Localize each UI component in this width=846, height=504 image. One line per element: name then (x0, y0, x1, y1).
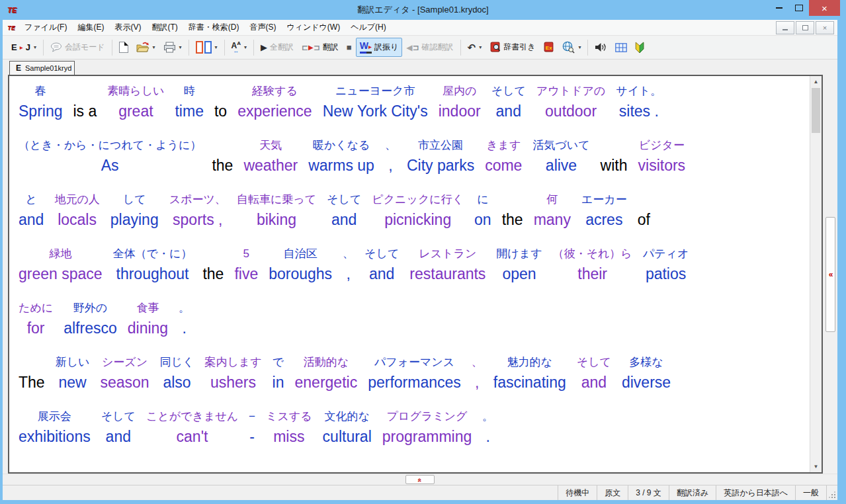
word-pair[interactable]: 春Spring (19, 82, 62, 122)
yakufuri-button[interactable]: W▸ 訳振り (356, 38, 403, 57)
word-pair[interactable]: 5five (234, 245, 258, 285)
stop-button[interactable]: ■ (343, 38, 356, 57)
mdi-restore-button[interactable] (796, 21, 814, 34)
translation-direction-button[interactable]: E▸J ▾ (7, 38, 40, 57)
menu-file[interactable]: ファイル(F) (19, 20, 72, 35)
word-pair[interactable]: 、, (343, 245, 354, 285)
bottom-pane-expand-handle[interactable]: « (405, 475, 435, 484)
print-button[interactable]: ▾ (159, 38, 186, 57)
word-pair[interactable]: エーカーacres (581, 190, 627, 231)
word-pair[interactable]: 暖かくなるwarms up (308, 136, 374, 177)
word-pair[interactable]: 活気づいてalive (532, 136, 589, 177)
new-document-button[interactable] (115, 38, 132, 57)
talk-mode-button[interactable]: 会話モード (46, 38, 109, 57)
menu-window[interactable]: ウィンドウ(W) (281, 20, 345, 35)
word-pair[interactable]: そしてand (327, 190, 361, 231)
word-pair[interactable]: アウトドアのoutdoor (536, 82, 605, 122)
word-pair[interactable]: ためにfor (19, 299, 53, 339)
web-search-button[interactable]: ▾ (558, 38, 585, 57)
menu-translate[interactable]: 翻訳(T) (146, 20, 183, 35)
character-palette-button[interactable] (611, 38, 631, 57)
word-pair[interactable]: 新しいnew (56, 353, 90, 394)
word-pair[interactable]: −- (249, 407, 255, 448)
word-pair[interactable]: してplaying (110, 190, 159, 231)
mdi-minimize-button[interactable] (776, 21, 794, 34)
word-pair[interactable]: 市立公園City parks (407, 136, 474, 177)
word-pair[interactable]: にon (474, 190, 491, 231)
word-pair[interactable]: 魅力的なfascinating (493, 353, 566, 394)
word-pair[interactable]: 何many (534, 190, 571, 231)
word-pair[interactable]: 天気weather (243, 136, 298, 177)
word-pair[interactable]: the (212, 136, 233, 177)
document-area[interactable]: 春Springis a素晴らしいgreat時timeto経験するexperien… (9, 76, 810, 472)
word-pair[interactable]: 緑地green space (19, 245, 103, 285)
word-pair[interactable]: 、, (385, 136, 396, 177)
word-pair[interactable]: でin (273, 353, 284, 394)
undo-button[interactable]: ↶ ▾ (464, 38, 486, 57)
menu-voice[interactable]: 音声(S) (244, 20, 281, 35)
word-pair[interactable]: 開けますopen (496, 245, 542, 285)
word-pair[interactable]: ニューヨーク市New York City's (323, 82, 428, 122)
scroll-up-icon[interactable]: ▲ (810, 76, 822, 87)
maximize-button[interactable] (789, 0, 809, 16)
word-pair[interactable]: プログラミングprogramming (382, 407, 472, 448)
resize-grip[interactable] (826, 485, 837, 500)
word-pair[interactable]: 案内しますushers (204, 353, 261, 394)
word-pair[interactable]: of (638, 190, 650, 231)
word-pair[interactable]: ことができませんcan't (146, 407, 238, 448)
example-dictionary-button[interactable]: Ex (539, 38, 558, 57)
confirm-translate-button[interactable]: ◀⊐ 確認翻訳 (402, 38, 457, 57)
word-pair[interactable]: スポーツ、sports , (169, 190, 226, 231)
word-pair[interactable]: 活動的なenergetic (295, 353, 358, 394)
word-pair[interactable]: 地元の人locals (54, 190, 99, 231)
word-pair[interactable]: （とき・から・につれて・ように）As (19, 136, 201, 177)
word-pair[interactable]: サイト。sites . (616, 82, 661, 122)
menu-edit[interactable]: 編集(E) (72, 20, 109, 35)
word-pair[interactable]: レストランrestaurants (409, 245, 486, 285)
translate-button[interactable]: ⊏▶⊐ 翻訳 (298, 38, 343, 57)
word-pair[interactable]: ビジターvisitors (638, 136, 686, 177)
translate-all-button[interactable]: ▶ 全翻訳 (257, 38, 298, 57)
word-pair[interactable]: the (202, 245, 224, 285)
word-pair[interactable]: きますcome (485, 136, 522, 177)
right-pane-expand-handle[interactable]: « (825, 217, 835, 332)
word-pair[interactable]: 展示会exhibitions (19, 407, 91, 448)
word-pair[interactable]: 。. (482, 407, 493, 448)
word-pair[interactable]: to (214, 82, 227, 122)
minimize-button[interactable] (769, 0, 789, 16)
scroll-down-icon[interactable]: ▼ (810, 461, 822, 472)
word-pair[interactable]: 、, (472, 353, 483, 394)
vertical-scrollbar[interactable]: ▲ ▼ (810, 76, 822, 472)
speech-button[interactable] (591, 38, 611, 57)
menu-dictionary-search[interactable]: 辞書・検索(D) (183, 20, 245, 35)
word-pair[interactable]: 素晴らしいgreat (107, 82, 164, 122)
word-pair[interactable]: そしてand (364, 245, 399, 285)
word-pair[interactable]: シーズンseason (100, 353, 149, 394)
word-pair[interactable]: 野外のalfresco (63, 299, 117, 339)
word-pair[interactable]: 自転車に乗ってbiking (237, 190, 316, 231)
document-tab[interactable]: E Sample01kryd (9, 61, 75, 75)
word-pair[interactable]: 全体（で・に）throughout (113, 245, 192, 285)
word-pair[interactable]: 経験するexperience (237, 82, 312, 122)
word-pair[interactable]: そしてand (491, 82, 526, 122)
mdi-close-button[interactable]: × (816, 21, 834, 34)
word-pair[interactable]: 多様なdiverse (622, 353, 671, 394)
word-pair[interactable]: 文化的なcultural (323, 407, 372, 448)
open-document-button[interactable]: ▾ (132, 38, 159, 57)
word-pair[interactable]: The (19, 353, 45, 394)
word-pair[interactable]: 同じくalso (160, 353, 194, 394)
word-pair[interactable]: そしてand (101, 407, 136, 448)
word-pair[interactable]: 自治区boroughs (269, 245, 332, 285)
word-pair[interactable]: ピクニックに行くpicnicking (372, 190, 464, 231)
word-pair[interactable]: ミスするmiss (266, 407, 312, 448)
word-pair[interactable]: 食事dining (128, 299, 168, 339)
word-pair[interactable]: とand (19, 190, 44, 231)
dictionary-lookup-button[interactable]: 辞書引き (486, 38, 539, 57)
word-pair[interactable]: そしてand (577, 353, 611, 394)
word-pair[interactable]: （彼・それ）らtheir (553, 245, 632, 285)
scrollbar-thumb[interactable] (812, 88, 820, 133)
word-pair[interactable]: 時time (175, 82, 203, 122)
word-pair[interactable]: is a (73, 82, 97, 122)
menu-view[interactable]: 表示(V) (109, 20, 146, 35)
word-pair[interactable]: 。. (179, 299, 190, 339)
